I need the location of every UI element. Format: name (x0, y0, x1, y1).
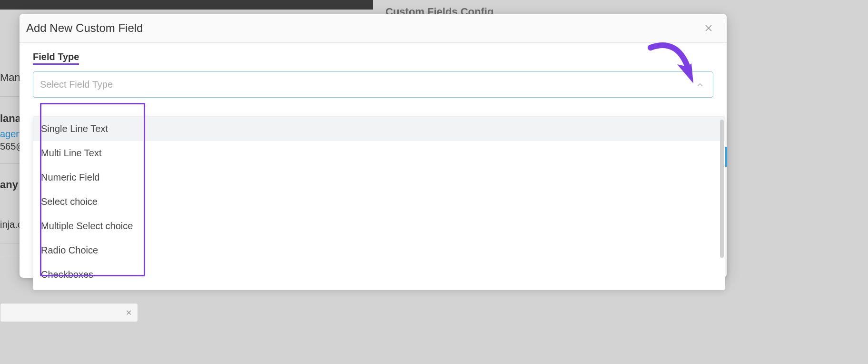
bg-text-agent: agen (0, 129, 21, 140)
field-type-label: Field Type (33, 51, 79, 65)
bg-text-any: any (0, 179, 18, 191)
close-button[interactable] (703, 22, 714, 34)
dropdown-option-checkboxes[interactable]: Checkboxes (33, 263, 725, 287)
dropdown-option-numeric[interactable]: Numeric Field (33, 165, 725, 190)
field-type-select[interactable]: Select Field Type (33, 71, 713, 98)
close-icon (705, 24, 712, 32)
dropdown-option-multi-line[interactable]: Multi Line Text (33, 141, 725, 165)
select-placeholder: Select Field Type (40, 79, 113, 90)
bg-dark-bar (0, 0, 373, 10)
modal-body: Field Type Select Field Type (20, 43, 727, 107)
close-icon: ✕ (126, 308, 132, 317)
modal-title: Add New Custom Field (26, 21, 143, 35)
modal-header: Add New Custom Field (20, 14, 727, 43)
dropdown-option-radio[interactable]: Radio Choice (33, 238, 725, 263)
field-type-dropdown: Single Line Text Multi Line Text Numeric… (33, 116, 725, 290)
dropdown-scrollbar[interactable] (720, 120, 724, 258)
bg-text-mana2: lana (0, 112, 21, 125)
dropdown-option-single-line[interactable]: Single Line Text (33, 117, 725, 141)
chevron-up-icon (697, 81, 703, 88)
dropdown-option-select[interactable]: Select choice (33, 190, 725, 214)
bg-select: ✕ (0, 303, 138, 322)
add-custom-field-modal: Add New Custom Field Field Type Select F… (20, 14, 727, 278)
dropdown-option-multi-select[interactable]: Multiple Select choice (33, 214, 725, 238)
